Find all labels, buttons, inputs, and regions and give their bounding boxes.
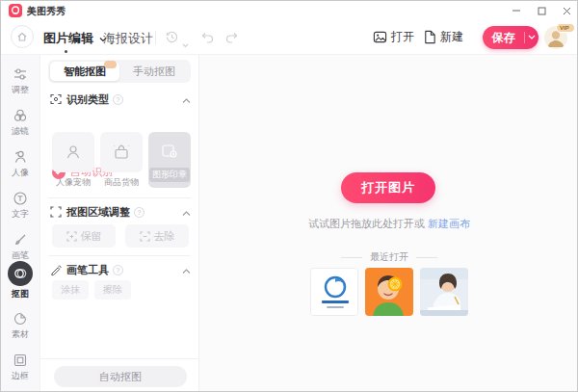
tab-manual-cutout[interactable]: 手动抠图 — [119, 62, 189, 81]
open-image-icon — [373, 30, 387, 44]
app-title: 美图秀秀 — [27, 5, 66, 18]
open-image-button[interactable]: 打开图片 — [341, 172, 435, 203]
keep-button-label: 保留 — [81, 229, 102, 244]
save-chevron-down-icon[interactable] — [525, 35, 539, 40]
erase-chip[interactable]: 擦除 — [94, 280, 131, 300]
brush-section-header[interactable]: 画笔工具 ? — [50, 263, 191, 276]
toolbar-divider — [155, 31, 156, 44]
type-card-goods[interactable] — [100, 132, 143, 172]
collapse-chevron-up-icon[interactable] — [182, 91, 191, 108]
tab-photo-edit-label: 图片编辑 — [43, 31, 93, 45]
undo-icon[interactable] — [199, 30, 215, 48]
history-icon[interactable] — [165, 30, 179, 48]
brush-title: 画笔工具 — [66, 263, 109, 277]
open-button-label: 打开 — [391, 29, 414, 45]
type-card-portrait-pets[interactable] — [52, 132, 94, 172]
collapse-chevron-up-icon[interactable] — [182, 261, 191, 278]
save-button-label: 保存 — [483, 30, 524, 46]
left-rail: 调整 滤镜 人像 文字 画笔 抠图 素材 边框 — [1, 55, 39, 392]
tab-smart-cutout-label: 智能抠图 — [64, 65, 106, 79]
rail-item-frame[interactable]: 边框 — [1, 347, 39, 387]
close-button[interactable] — [554, 2, 578, 19]
rail-label: 人像 — [1, 167, 39, 179]
recognition-title: 识别类型 — [66, 92, 109, 107]
remove-icon — [140, 231, 150, 242]
panel-bottom-divider — [40, 358, 199, 359]
region-corners-icon — [50, 206, 62, 218]
section-divider — [48, 255, 191, 256]
rail-item-filter[interactable]: 滤镜 — [1, 102, 39, 143]
rail-label: 文字 — [1, 208, 39, 221]
scan-icon — [50, 93, 62, 105]
person-outline-icon — [64, 143, 83, 162]
sticker-icon — [1, 305, 39, 327]
new-canvas-link[interactable]: 新建画布 — [428, 218, 470, 229]
smear-chip[interactable]: 涂抹 — [52, 280, 89, 300]
image-stamp-icon — [160, 142, 179, 161]
tab-manual-cutout-label: 手动抠图 — [133, 65, 175, 79]
cutout-icon — [8, 261, 33, 286]
new-button-label: 新建 — [440, 29, 463, 45]
redo-icon[interactable] — [224, 30, 240, 48]
tab-photo-edit[interactable]: 图片编辑 — [43, 30, 107, 47]
cutout-mode-tabs: 智能抠图 手动抠图 — [48, 60, 191, 83]
smear-chip-label: 涂抹 — [61, 283, 80, 297]
app-window: 美图秀秀 图片编辑 海报设计 — [0, 0, 578, 392]
history-chevron-down-icon[interactable] — [182, 35, 189, 52]
titlebar: 美图秀秀 — [1, 1, 578, 20]
maximize-button[interactable] — [529, 2, 554, 19]
erase-chip-label: 擦除 — [103, 283, 122, 297]
remove-button-label: 去除 — [154, 229, 175, 244]
help-icon[interactable]: ? — [134, 207, 144, 218]
minimize-button[interactable] — [504, 2, 529, 19]
type-card-graphic-stamp[interactable]: 图形印章 — [148, 132, 191, 188]
bag-icon — [112, 143, 131, 162]
collapse-chevron-up-icon[interactable] — [182, 203, 191, 221]
drop-hint-text: 试试图片拖放此处打开或 — [308, 218, 425, 229]
recognition-section-header[interactable]: 识别类型 ? — [50, 92, 191, 106]
open-button[interactable]: 打开 — [373, 29, 414, 45]
rail-label: 调整 — [1, 84, 39, 96]
filter-circles-icon — [1, 102, 39, 123]
home-button[interactable] — [11, 25, 34, 48]
tab-smart-cutout[interactable]: 智能抠图 — [50, 62, 119, 81]
brush-icon — [1, 226, 39, 248]
rail-item-portrait[interactable]: 人像 — [1, 144, 39, 184]
rail-label: 滤镜 — [1, 125, 39, 138]
type-label-portrait-pets: 人像宠物 — [48, 176, 98, 189]
rail-item-text[interactable]: 文字 — [1, 185, 39, 225]
sliders-icon — [1, 61, 39, 82]
region-section-header[interactable]: 抠图区域调整 ? — [50, 205, 191, 219]
text-circle-icon — [1, 185, 39, 206]
auto-cutout-button[interactable]: 自动抠图 — [54, 366, 187, 387]
vip-badge: VIP — [556, 23, 575, 33]
remove-button[interactable]: 去除 — [125, 224, 189, 248]
help-icon[interactable]: ? — [113, 265, 123, 275]
rail-label: 边框 — [1, 370, 39, 382]
person-icon — [1, 144, 39, 165]
type-label-goods: 商品货物 — [96, 176, 146, 189]
decorative-line — [341, 257, 362, 258]
recent-thumbnail-girl-writing[interactable] — [420, 268, 468, 316]
app-logo-icon — [9, 4, 22, 21]
save-button[interactable]: 保存 — [483, 26, 539, 49]
rail-item-cutout[interactable]: 抠图 — [1, 261, 39, 301]
main-canvas-area[interactable]: 打开图片 试试图片拖放此处打开或 新建画布 最近打开 — [199, 55, 578, 392]
rail-item-adjust[interactable]: 调整 — [1, 61, 39, 101]
pencil-icon — [50, 264, 62, 275]
frame-icon — [1, 347, 39, 368]
drop-hint: 试试图片拖放此处打开或 新建画布 — [199, 217, 578, 231]
new-button[interactable]: 新建 — [423, 29, 463, 45]
decorative-line — [416, 257, 437, 258]
rail-item-material[interactable]: 素材 — [1, 305, 39, 346]
tab-poster-design[interactable]: 海报设计 — [103, 30, 153, 47]
keep-button[interactable]: 保留 — [52, 224, 116, 248]
active-tab-indicator-dot — [65, 50, 67, 53]
region-title: 抠图区域调整 — [66, 205, 130, 220]
rail-label: 素材 — [1, 328, 39, 341]
help-icon[interactable]: ? — [113, 94, 123, 105]
recent-title: 最近打开 — [370, 250, 408, 264]
tool-panel: 智能抠图 手动抠图 识别类型 ? 自动识别 人像宠物 商品货物 — [39, 55, 199, 392]
recent-thumbnail-girl-with-orange[interactable] — [365, 268, 413, 316]
recent-thumbnail-company-logo[interactable] — [310, 268, 358, 316]
